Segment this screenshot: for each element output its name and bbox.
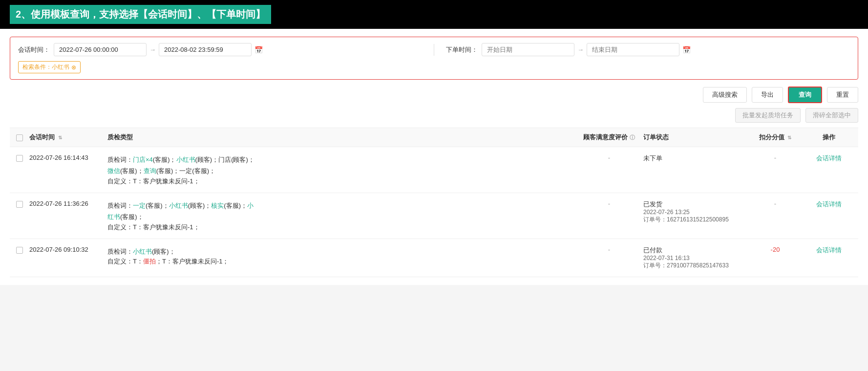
row2-order: 已发货 2022-07-26 13:25 订单号：162716131521250… bbox=[643, 200, 751, 224]
col-header-action: 操作 bbox=[800, 133, 858, 142]
search-row: 会话时间： → 📅 下单时间： → 📅 bbox=[18, 43, 850, 56]
table-header: 会话时间 ⇅ 质检类型 顾客满意度评价 ⓘ 订单状态 扣分分值 ⇅ 操作 bbox=[10, 128, 858, 147]
header-checkbox[interactable] bbox=[16, 134, 23, 141]
order-time-field: 下单时间： → 📅 bbox=[446, 43, 850, 56]
conversation-time-label: 会话时间： bbox=[18, 45, 50, 54]
score-sort-icon[interactable]: ⇅ bbox=[787, 135, 791, 140]
row1-score: - bbox=[751, 154, 800, 161]
row1-type: 质检词：门店×4(客服)；小红书(顾客)；门店(顾客)； 微信(客服)；查询(客… bbox=[107, 154, 575, 186]
row1-time: 2022-07-26 16:14:43 bbox=[29, 154, 107, 161]
row3-order: 已付款 2022-07-31 16:13 订单号：279100778582514… bbox=[643, 246, 751, 270]
bulk-action-row: 批量发起质培任务 滑碎全部选中 bbox=[10, 108, 858, 123]
advanced-search-button[interactable]: 高级搜索 bbox=[703, 87, 747, 103]
search-box: 会话时间： → 📅 下单时间： → 📅 bbox=[10, 37, 858, 80]
row2-score: - bbox=[751, 200, 800, 207]
col-header-type: 质检类型 bbox=[107, 133, 575, 142]
calendar-icon-2[interactable]: 📅 bbox=[682, 46, 691, 54]
arrow-icon-1: → bbox=[149, 46, 156, 53]
row1-checkbox[interactable] bbox=[16, 155, 23, 162]
main-container: 会话时间： → 📅 下单时间： → 📅 bbox=[0, 29, 868, 285]
row3-check bbox=[10, 246, 29, 254]
row2-time: 2022-07-26 11:36:26 bbox=[29, 200, 107, 207]
conv-start-input[interactable] bbox=[54, 43, 147, 56]
col-header-time: 会话时间 ⇅ bbox=[29, 133, 107, 142]
col-header-rating: 顾客满意度评价 ⓘ bbox=[575, 133, 643, 142]
header-banner: 2、使用模板查询，支持选择【会话时间】、【下单时间】 bbox=[0, 0, 868, 29]
row3-time: 2022-07-26 09:10:32 bbox=[29, 246, 107, 253]
row1-action: 会话详情 bbox=[800, 154, 858, 163]
search-tag-xiaohongshu[interactable]: 检索条件：小红书 ⊗ bbox=[18, 61, 81, 73]
order-end-input[interactable] bbox=[587, 43, 679, 56]
data-table: 会话时间 ⇅ 质检类型 顾客满意度评价 ⓘ 订单状态 扣分分值 ⇅ 操作 bbox=[10, 128, 858, 277]
reset-button[interactable]: 重置 bbox=[827, 87, 858, 103]
order-start-input[interactable] bbox=[482, 43, 574, 56]
select-all-button[interactable]: 滑碎全部选中 bbox=[805, 108, 858, 123]
order-time-label: 下单时间： bbox=[446, 45, 478, 54]
calendar-icon-1[interactable]: 📅 bbox=[254, 46, 263, 54]
row2-rating: - bbox=[575, 200, 643, 207]
row2-action: 会话详情 bbox=[800, 200, 858, 209]
row3-score: -20 bbox=[751, 246, 800, 253]
action-row: 高级搜索 导出 查询 重置 bbox=[10, 87, 858, 103]
row3-rating: - bbox=[575, 246, 643, 253]
row1-check bbox=[10, 154, 29, 162]
row3-detail-link[interactable]: 会话详情 bbox=[816, 246, 842, 254]
col-header-order: 订单状态 bbox=[643, 133, 751, 142]
divider-vertical bbox=[434, 44, 434, 56]
tag-row: 检索条件：小红书 ⊗ bbox=[18, 61, 850, 73]
conversation-time-field: 会话时间： → 📅 bbox=[18, 43, 422, 56]
row2-checkbox[interactable] bbox=[16, 201, 23, 208]
row2-detail-link[interactable]: 会话详情 bbox=[816, 200, 842, 208]
row3-action: 会话详情 bbox=[800, 246, 858, 255]
col-header-check bbox=[10, 133, 29, 141]
row1-rating: - bbox=[575, 154, 643, 161]
row3-type: 质检词：小红书(顾客)； 自定义：T：僵拍；T：客户犹豫未反问-1； bbox=[107, 246, 575, 266]
row3-checkbox[interactable] bbox=[16, 247, 23, 254]
conversation-date-range: → 📅 bbox=[54, 43, 422, 56]
arrow-icon-2: → bbox=[577, 46, 584, 53]
time-sort-icon[interactable]: ⇅ bbox=[58, 135, 62, 140]
tag-close-icon[interactable]: ⊗ bbox=[71, 64, 76, 71]
col-header-score: 扣分分值 ⇅ bbox=[751, 133, 800, 142]
row2-check bbox=[10, 200, 29, 208]
order-date-range: → 📅 bbox=[482, 43, 850, 56]
table-row: 2022-07-26 16:14:43 质检词：门店×4(客服)；小红书(顾客)… bbox=[10, 147, 858, 193]
row2-type: 质检词：一定(客服)；小红书(顾客)；核实(客服)；小 红书(客服)； 自定义：… bbox=[107, 200, 575, 232]
export-button[interactable]: 导出 bbox=[752, 87, 783, 103]
batch-task-button[interactable]: 批量发起质培任务 bbox=[735, 108, 801, 123]
row1-detail-link[interactable]: 会话详情 bbox=[816, 154, 842, 162]
tag-label: 检索条件：小红书 bbox=[22, 63, 69, 71]
table-row: 2022-07-26 11:36:26 质检词：一定(客服)；小红书(顾客)；核… bbox=[10, 193, 858, 239]
query-button[interactable]: 查询 bbox=[788, 87, 822, 103]
banner-text: 2、使用模板查询，支持选择【会话时间】、【下单时间】 bbox=[10, 5, 271, 24]
rating-info-icon[interactable]: ⓘ bbox=[630, 134, 635, 140]
row1-order: 未下单 bbox=[643, 154, 751, 163]
conv-end-input[interactable] bbox=[159, 43, 252, 56]
table-row: 2022-07-26 09:10:32 质检词：小红书(顾客)； 自定义：T：僵… bbox=[10, 239, 858, 277]
